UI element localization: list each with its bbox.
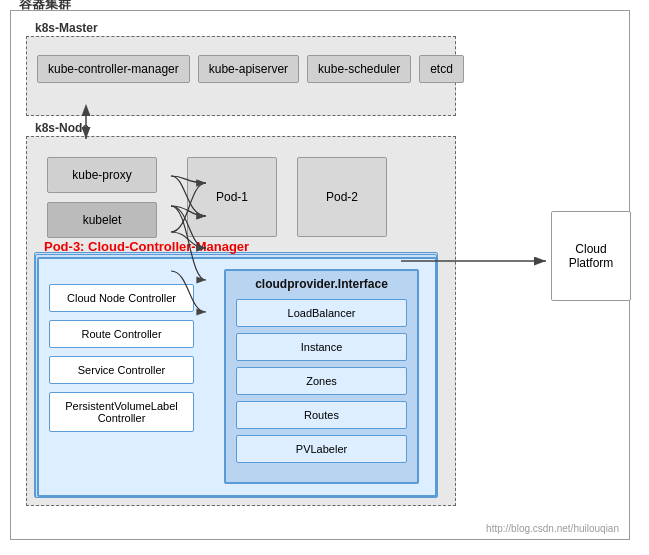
node-box: k8s-Node kube-proxy kubelet Pod-1 Pod-2 … <box>26 136 456 506</box>
kubelet-box: kubelet <box>47 202 157 238</box>
route-controller: Route Controller <box>49 320 194 348</box>
interface-items: LoadBalancer Instance Zones Routes PVLab… <box>226 295 417 467</box>
master-box: k8s-Master kube-controller-manager kube-… <box>26 36 456 116</box>
zones-box: Zones <box>236 367 407 395</box>
pvlabeler-box: PVLabeler <box>236 435 407 463</box>
kube-scheduler: kube-scheduler <box>307 55 411 83</box>
cloud-platform-box: Cloud Platform <box>551 211 631 301</box>
loadbalancer-box: LoadBalancer <box>236 299 407 327</box>
pod3-label: Pod-3: Cloud-Controller-Manager <box>44 239 249 254</box>
kube-proxy-box: kube-proxy <box>47 157 157 193</box>
title-label: 容器集群 <box>19 0 71 13</box>
controllers-col: Cloud Node Controller Route Controller S… <box>49 284 194 432</box>
kube-controller-manager: kube-controller-manager <box>37 55 190 83</box>
pod2-box: Pod-2 <box>297 157 387 237</box>
pod3-box: Pod-3: Cloud-Controller-Manager Cloud No… <box>37 257 437 497</box>
node-label: k8s-Node <box>35 121 89 135</box>
cloud-node-controller: Cloud Node Controller <box>49 284 194 312</box>
instance-box: Instance <box>236 333 407 361</box>
etcd: etcd <box>419 55 464 83</box>
kube-proxy-label: kube-proxy <box>72 168 131 182</box>
pod1-box: Pod-1 <box>187 157 277 237</box>
interface-title: cloudprovider.Interface <box>226 271 417 295</box>
interface-panel: cloudprovider.Interface LoadBalancer Ins… <box>224 269 419 484</box>
service-controller: Service Controller <box>49 356 194 384</box>
bottom-url: http://blog.csdn.net/huilouqian <box>486 523 619 534</box>
kubelet-label: kubelet <box>83 213 122 227</box>
kube-apiserver: kube-apiserver <box>198 55 299 83</box>
pod2-label: Pod-2 <box>326 190 358 204</box>
routes-box: Routes <box>236 401 407 429</box>
master-components: kube-controller-manager kube-apiserver k… <box>27 37 455 93</box>
pod1-label: Pod-1 <box>216 190 248 204</box>
master-label: k8s-Master <box>35 21 98 35</box>
outer-container: 容器集群 k8s-Master kube-controller-manager … <box>10 10 630 540</box>
pv-label-controller: PersistentVolumeLabel Controller <box>49 392 194 432</box>
cloud-platform-label: Cloud Platform <box>552 242 630 270</box>
